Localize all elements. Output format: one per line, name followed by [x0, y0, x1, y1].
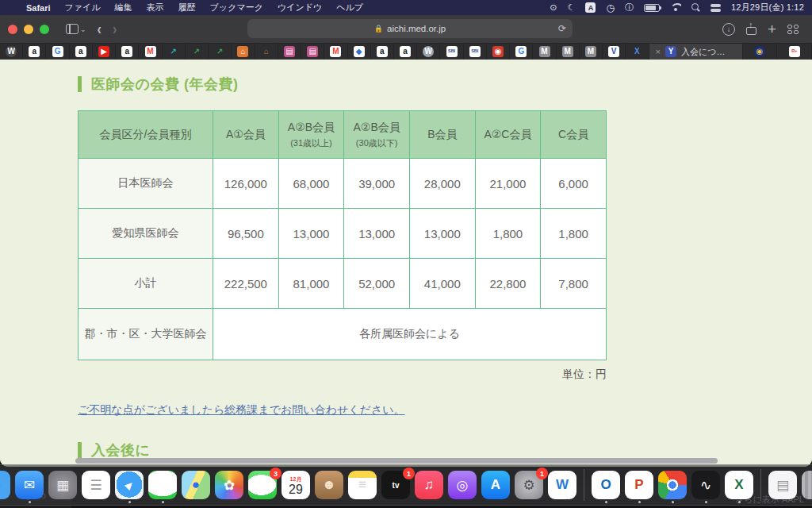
tab-google[interactable]: G	[46, 44, 69, 60]
column-header: A②B会員(31歳以上)	[278, 111, 344, 159]
focus-moon-icon[interactable]: ☾	[568, 2, 576, 13]
dock-reminders-icon[interactable]: ☰	[81, 471, 111, 499]
dock-notes-icon[interactable]: ≡	[347, 471, 377, 499]
sidebar-toggle-button[interactable]: ⌄	[66, 24, 86, 34]
tab-wordpress[interactable]: W	[417, 44, 440, 60]
tab-sbi[interactable]: SBI	[464, 44, 487, 60]
tab-m-gray[interactable]: M	[580, 44, 603, 60]
menu-window[interactable]: ウインドウ	[270, 2, 329, 13]
input-source-icon[interactable]: A	[585, 2, 596, 13]
new-tab-button[interactable]: +	[768, 21, 776, 38]
tab-x-twitter[interactable]: X	[626, 44, 649, 60]
dock-finder-icon[interactable]: ☺	[0, 471, 11, 499]
active-tab[interactable]: × Y 入会につ…	[649, 44, 743, 60]
battery-icon[interactable]	[644, 4, 660, 12]
tab-youtube[interactable]: ▶	[93, 44, 116, 60]
dock-appstore-icon[interactable]: A	[481, 471, 511, 499]
fee-cell: 22,800	[475, 259, 541, 309]
tab-navy-circle[interactable]: ◉	[743, 44, 778, 60]
menu-view[interactable]: 表示	[140, 2, 171, 13]
tab-arrow-green[interactable]: ↗	[209, 44, 232, 60]
tab-amazon[interactable]: a	[23, 44, 46, 60]
dock-appletv-icon[interactable]: tv1	[381, 471, 411, 499]
dock-trash-icon[interactable]	[801, 471, 812, 499]
dock-mail-icon[interactable]: ✉	[14, 471, 44, 499]
dock-music-icon[interactable]: ♫	[414, 471, 444, 499]
zoom-window-button[interactable]	[40, 25, 49, 34]
dock-safari-icon[interactable]: ▶	[114, 471, 144, 499]
dock-excel-icon[interactable]: X	[724, 471, 754, 499]
menu-history[interactable]: 履歴	[171, 2, 203, 13]
horizontal-scrollbar[interactable]	[75, 458, 718, 464]
time-machine-icon[interactable]: ◷	[606, 2, 614, 13]
tab-m-gray[interactable]: M	[557, 44, 580, 60]
amazon-favicon: a	[377, 46, 388, 57]
minimize-window-button[interactable]	[24, 25, 33, 34]
wifi-icon[interactable]	[670, 3, 681, 12]
tab-google[interactable]: G	[510, 44, 533, 60]
address-bar[interactable]: 🔒 aichi.med.or.jp ⟳	[247, 19, 573, 38]
tab-pink-card[interactable]: ▤	[301, 44, 324, 60]
tab-sbi[interactable]: SBI	[440, 44, 463, 60]
dock-podcasts-icon[interactable]: ◎	[447, 471, 477, 499]
tab-arrow-green[interactable]: ↗	[186, 44, 209, 60]
close-window-button[interactable]	[8, 25, 17, 34]
spotlight-icon[interactable]	[691, 3, 700, 12]
back-button[interactable]: ‹	[98, 20, 102, 38]
tab-gmail[interactable]: M	[139, 44, 162, 60]
dock-minimized-window-icon[interactable]: ▤	[768, 471, 798, 499]
close-tab-icon[interactable]: ×	[656, 47, 661, 56]
tab-home-orange[interactable]: ⌂	[232, 44, 255, 60]
dock-messages-icon[interactable]	[147, 471, 178, 499]
tab-home-orange-outline[interactable]: ⌂	[255, 44, 278, 60]
tab-amazon[interactable]: a	[394, 44, 417, 60]
menu-bookmarks[interactable]: ブックマーク	[203, 2, 270, 13]
dock-chrome-icon[interactable]	[657, 471, 688, 499]
dock-facetime-icon[interactable]: 3	[247, 471, 278, 499]
dock-photos-icon[interactable]: ✿	[214, 471, 244, 499]
menu-app-name[interactable]: Safari	[19, 3, 58, 13]
dock-maps-icon[interactable]: ●	[181, 471, 211, 499]
menu-edit[interactable]: 編集	[108, 2, 140, 13]
reload-button[interactable]: ⟳	[558, 23, 566, 34]
share-button[interactable]	[746, 23, 756, 35]
dock-stocks-icon[interactable]: ∿	[691, 471, 721, 499]
tab-amazon[interactable]: a	[116, 44, 139, 60]
dock-word-icon[interactable]: W	[547, 471, 577, 499]
forward-button[interactable]: ›	[113, 20, 117, 38]
menu-file[interactable]: ファイル	[58, 2, 108, 13]
tab-overview-button[interactable]	[787, 25, 799, 34]
table-row: 小計222,50081,00052,00041,00022,8007,800	[79, 259, 607, 309]
downloads-button[interactable]: ↓	[722, 23, 735, 36]
tab-m-gray[interactable]: M	[533, 44, 556, 60]
dock-powerpoint-icon[interactable]: P	[624, 471, 654, 499]
tab-pink-card[interactable]: ▤	[278, 44, 301, 60]
safari-window: ⌄ ‹ › 🔒 aichi.med.or.jp ⟳ ↓ + WaGa▶aM↗↗↗…	[0, 15, 812, 467]
tab-arrow-teal[interactable]: ↗	[163, 44, 186, 60]
tab-r-plus[interactable]: R+	[777, 44, 812, 60]
fee-cell: 96,500	[213, 209, 279, 259]
tab-amazon[interactable]: a	[371, 44, 394, 60]
minimized-window-app-icon: ▤	[768, 471, 797, 499]
row-label: 日本医師会	[79, 159, 213, 209]
menu-help[interactable]: ヘルプ	[329, 2, 370, 13]
screen-record-icon[interactable]: ⊙	[550, 2, 557, 13]
tab-wordpress[interactable]: W	[0, 44, 23, 60]
menubar-datetime[interactable]: 12月29日(金) 1:12	[731, 2, 804, 13]
info-icon[interactable]: ⓘ	[625, 2, 634, 13]
tab-blue-diamond[interactable]: ◆	[348, 44, 371, 60]
dock-calendar-icon[interactable]: 12月29	[281, 471, 311, 499]
arrow-green-favicon: ↗	[214, 46, 225, 57]
dock-launchpad-icon[interactable]: ▦	[48, 471, 78, 499]
tab-v-blue[interactable]: V	[603, 44, 626, 60]
running-indicator-dot	[738, 501, 741, 503]
dock-settings-icon[interactable]: ⚙1	[514, 471, 544, 499]
tab-red-search[interactable]: ◉	[487, 44, 510, 60]
contact-link[interactable]: ご不明な点がございましたら総務課までお問い合わせください。	[78, 403, 405, 416]
tab-gmail[interactable]: M	[324, 44, 347, 60]
control-center-icon[interactable]	[710, 3, 721, 12]
dock-contacts-icon[interactable]: ☻	[314, 471, 344, 499]
tab-amazon[interactable]: a	[70, 44, 93, 60]
x-twitter-favicon: X	[631, 46, 642, 57]
dock-outlook-icon[interactable]: O	[591, 471, 621, 499]
